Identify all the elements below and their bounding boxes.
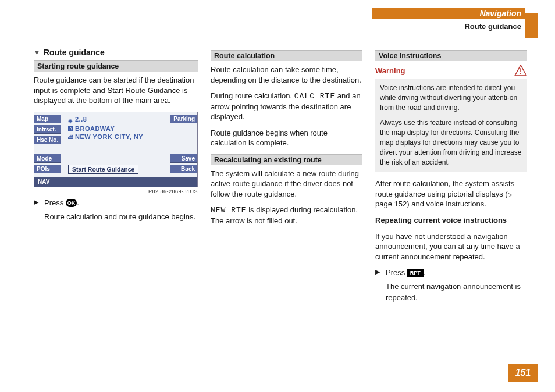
step-indent-text: The current navigation announcement is r… xyxy=(386,281,527,302)
column-3: Voice instructions Warning Voice instruc… xyxy=(375,48,527,305)
road-icon: 🅰 xyxy=(68,126,73,132)
step-indent: The current navigation announcement is r… xyxy=(375,281,527,302)
nav-btn-parking: Parking xyxy=(170,115,197,123)
header-main-title: Navigation xyxy=(372,8,525,19)
step-marker-blank xyxy=(375,281,386,302)
subhead-route-calculation: Route calculation xyxy=(211,50,362,61)
header-rule xyxy=(33,34,525,34)
column-2: Route calculation Route calculation can … xyxy=(211,48,362,305)
step-indent: Route calculation and route guidance beg… xyxy=(34,212,198,222)
step-text: Press OK. xyxy=(44,198,79,208)
paragraph: Route calculation can take some time, de… xyxy=(211,65,362,85)
column-1: ▼ Route guidance Starting route guidance… xyxy=(34,48,198,305)
down-caret-icon: ▼ xyxy=(34,49,40,56)
paragraph: During route calculation, CALC RTE and a… xyxy=(211,91,362,122)
nav-unit-figure: Map Intrsct. Hse No. Mode POIs Parking S… xyxy=(34,112,198,194)
paragraph: After route calculation, the system assi… xyxy=(375,179,527,209)
page-number: 151 xyxy=(508,364,538,382)
header-sub-title: Route guidance xyxy=(372,22,525,31)
nav-btn-hseno: Hse No. xyxy=(34,136,61,144)
rpt-button-icon: RPT xyxy=(407,269,424,277)
paragraph: NEW RTE is displayed during recalculatio… xyxy=(211,205,362,226)
section-title: ▼ Route guidance xyxy=(34,48,198,57)
nav-unit-footer: NAV xyxy=(34,177,197,187)
nav-btn-intrsct: Intrsct. xyxy=(34,125,61,134)
nav-address-number: 2..8 xyxy=(68,116,87,123)
xref-caret-icon: ▷ xyxy=(508,191,513,198)
nav-btn-start-route-guidance: Start Route Guidance xyxy=(68,165,138,174)
nav-unit-screen: Map Intrsct. Hse No. Mode POIs Parking S… xyxy=(34,112,197,177)
warning-header: Warning xyxy=(375,65,527,76)
warning-label: Warning xyxy=(375,66,405,75)
side-tab xyxy=(525,13,538,38)
nav-unit-border: Map Intrsct. Hse No. Mode POIs Parking S… xyxy=(34,112,198,187)
step-press-ok: ▶ Press OK. xyxy=(34,198,198,208)
figure-caption: P82.86-2869-31US xyxy=(34,188,198,194)
subhead-repeating-voice: Repeating current voice instructions xyxy=(375,215,527,226)
step-marker-icon: ▶ xyxy=(375,268,386,278)
nav-btn-save: Save xyxy=(170,154,197,163)
nav-btn-map: Map xyxy=(34,115,61,123)
step-marker-icon: ▶ xyxy=(34,198,44,208)
paragraph: If you have not understood a navigation … xyxy=(375,231,527,262)
nav-btn-back: Back xyxy=(170,165,197,173)
city-icon: 🏙 xyxy=(68,134,73,140)
footer-rule xyxy=(33,364,525,364)
warning-triangle-icon xyxy=(514,65,527,76)
paragraph: The system will calculate a new route du… xyxy=(211,169,362,199)
warning-paragraph: Voice instructions are intended to direc… xyxy=(380,83,522,112)
page-header: Navigation Route guidance xyxy=(0,8,555,41)
display-text-new-rte: NEW RTE xyxy=(211,206,247,215)
step-text: Press RPT. xyxy=(386,268,425,278)
svg-point-1 xyxy=(520,73,521,74)
subhead-recalculating: Recalculating an existing route xyxy=(211,154,362,165)
paragraph: Route guidance begins when route calcula… xyxy=(211,128,362,148)
paragraph: Route guidance can be started if the des… xyxy=(34,75,198,106)
step-indent-text: Route calculation and route guidance beg… xyxy=(44,212,195,222)
nav-address-road: BROADWAY xyxy=(75,125,115,132)
step-marker-blank xyxy=(34,212,44,222)
section-title-text: Route guidance xyxy=(44,48,105,57)
display-text-calc-rte: CALC RTE xyxy=(294,92,335,101)
subhead-starting-route-guidance: Starting route guidance xyxy=(34,60,198,72)
subhead-voice-instructions: Voice instructions xyxy=(375,50,527,61)
nav-btn-mode: Mode xyxy=(34,154,61,163)
warning-paragraph: Always use this feature instead of consu… xyxy=(380,118,522,167)
warning-box: Voice instructions are intended to direc… xyxy=(375,79,527,172)
ok-button-icon: OK xyxy=(66,199,77,207)
columns: ▼ Route guidance Starting route guidance… xyxy=(0,48,555,305)
step-press-rpt: ▶ Press RPT. xyxy=(375,268,527,278)
nav-btn-pois: POIs xyxy=(34,165,61,173)
nav-address-city: NEW YORK CITY, NY xyxy=(75,133,143,140)
